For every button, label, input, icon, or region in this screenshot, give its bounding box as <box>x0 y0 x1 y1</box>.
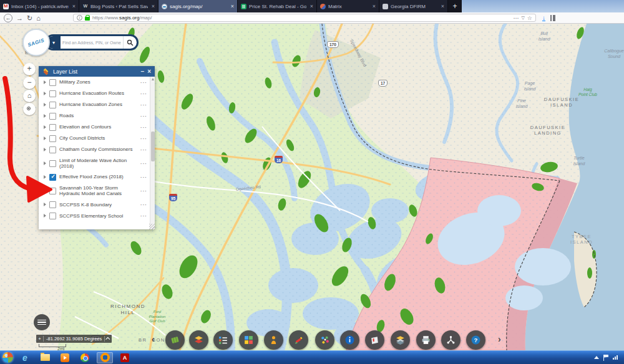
layer-checkbox[interactable] <box>49 124 56 131</box>
tab-matrix[interactable]: Matrix × <box>317 0 379 12</box>
layer-checkbox[interactable] <box>49 160 56 167</box>
basemap-button[interactable] <box>165 330 185 350</box>
layer-list-header[interactable]: Layer List – × <box>39 66 155 77</box>
close-icon[interactable]: × <box>309 3 313 9</box>
pocket-icon[interactable]: ▽ <box>521 16 524 21</box>
chrome-icon[interactable] <box>77 352 93 363</box>
add-layers-button[interactable] <box>391 330 410 350</box>
page-actions-icon[interactable]: ⋯ <box>513 15 519 21</box>
close-icon[interactable]: × <box>150 3 155 9</box>
bookmark-star-icon[interactable]: ☆ <box>527 15 532 21</box>
media-player-icon[interactable] <box>57 352 73 363</box>
layer-row[interactable]: Hurricane Evacuation Routes··· <box>39 88 150 99</box>
expand-caret-icon[interactable] <box>44 136 46 140</box>
reload-button[interactable]: ↻ <box>27 13 32 23</box>
site-info-icon[interactable]: i <box>77 15 82 21</box>
close-icon[interactable]: × <box>371 3 376 9</box>
expand-caret-icon[interactable] <box>44 189 46 193</box>
tab-sheets[interactable]: Price St. Rehab Deal - Google S × <box>238 0 317 12</box>
layer-checkbox[interactable] <box>49 201 56 208</box>
layer-menu-icon[interactable]: ··· <box>140 113 147 119</box>
analysis-button[interactable] <box>315 330 334 350</box>
help-button[interactable]: ? <box>466 330 485 350</box>
layer-checkbox[interactable] <box>49 102 56 108</box>
expand-caret-icon[interactable] <box>44 114 46 118</box>
draw-button[interactable] <box>289 330 308 350</box>
map-canvas[interactable]: EDEN Bull Island Calibogue Sound Page Is… <box>0 24 624 350</box>
layer-menu-icon[interactable]: ··· <box>140 147 147 153</box>
layer-checkbox[interactable] <box>49 146 56 153</box>
collapse-caret-icon[interactable] <box>104 336 112 342</box>
layer-row[interactable]: Military Zones··· <box>39 77 150 88</box>
crosshair-icon[interactable]: + <box>36 336 44 342</box>
layer-list-button[interactable] <box>189 330 208 350</box>
layer-checkbox[interactable] <box>49 90 56 97</box>
layer-checkbox[interactable] <box>49 79 56 86</box>
layer-checkbox[interactable] <box>49 135 56 142</box>
layer-row-effective-flood-zones[interactable]: Effective Flood Zones (2018)··· <box>39 171 150 183</box>
layer-row[interactable]: Chatham County Commissioners··· <box>39 144 150 155</box>
layer-checkbox[interactable] <box>49 113 56 120</box>
layer-menu-icon[interactable]: ··· <box>140 175 147 180</box>
layer-row[interactable]: City Council Districts··· <box>39 133 150 144</box>
layer-row[interactable]: Roads··· <box>39 110 150 122</box>
flag-icon[interactable] <box>603 355 608 361</box>
search-icon[interactable] <box>123 36 137 49</box>
tab-blog[interactable]: Blog Posts ‹ Pat Sells Savannah × <box>79 0 158 12</box>
legend-button[interactable] <box>213 330 233 350</box>
layer-menu-icon[interactable]: ··· <box>140 91 147 97</box>
info-button[interactable] <box>340 330 359 350</box>
scroll-thumb[interactable] <box>151 132 155 161</box>
network-icon[interactable] <box>613 355 618 360</box>
layer-checkbox[interactable] <box>49 188 56 194</box>
zoom-in-button[interactable]: + <box>23 63 36 75</box>
forward-button[interactable]: → <box>16 13 23 23</box>
acrobat-icon[interactable] <box>117 352 133 363</box>
panel-scrollbar[interactable] <box>150 77 155 229</box>
close-icon[interactable]: × <box>440 3 444 9</box>
layer-menu-icon[interactable]: ··· <box>140 125 147 130</box>
toolbar-prev-icon[interactable]: ‹ <box>152 334 155 344</box>
layer-row[interactable]: Elevation and Contours··· <box>39 122 150 133</box>
expand-caret-icon[interactable] <box>44 92 46 95</box>
layer-row[interactable]: SCCPSS K-8 Boundary··· <box>39 199 150 210</box>
ie-icon[interactable]: e <box>17 352 33 363</box>
start-orb[interactable] <box>2 352 13 363</box>
zoom-out-button[interactable]: − <box>23 77 36 89</box>
overview-list-button[interactable] <box>34 314 50 330</box>
tab-dfirm[interactable]: Georgia DFIRM × <box>379 0 448 12</box>
expand-caret-icon[interactable] <box>44 80 46 84</box>
close-icon[interactable]: × <box>147 67 151 77</box>
layer-checkbox[interactable] <box>49 174 56 181</box>
library-icon[interactable] <box>550 15 555 21</box>
hidden-icons-icon[interactable] <box>594 356 599 359</box>
back-button[interactable]: ← <box>4 14 12 22</box>
apps-button[interactable] <box>239 330 258 350</box>
expand-caret-icon[interactable] <box>44 175 46 179</box>
downloads-icon[interactable]: ↓ <box>542 15 545 21</box>
toolbar-next-icon[interactable]: › <box>498 334 501 344</box>
layer-menu-icon[interactable]: ··· <box>140 202 147 208</box>
tab-gmail[interactable]: Inbox (104) - patrick.wilver@w × <box>0 0 79 12</box>
explorer-icon[interactable] <box>37 352 53 363</box>
panel-resize-handle[interactable] <box>149 224 155 229</box>
layer-menu-icon[interactable]: ··· <box>140 80 147 85</box>
tab-sagis[interactable]: sagis.org/map/ × <box>158 0 238 12</box>
layer-menu-icon[interactable]: ··· <box>140 188 147 194</box>
home-extent-button[interactable]: ⌂ <box>23 90 36 102</box>
my-location-button[interactable] <box>23 103 36 115</box>
expand-caret-icon[interactable] <box>44 125 46 129</box>
layer-menu-icon[interactable]: ··· <box>140 102 147 108</box>
layer-menu-icon[interactable]: ··· <box>140 213 147 219</box>
layer-row[interactable]: Limit of Moderate Wave Action (2018)··· <box>39 155 150 171</box>
firefox-icon[interactable] <box>97 352 113 363</box>
expand-caret-icon[interactable] <box>44 148 46 151</box>
scroll-up-icon[interactable] <box>152 78 154 80</box>
layer-row[interactable]: SCCPSS Elementary School··· <box>39 210 150 221</box>
layer-row[interactable]: Hurricane Evacuation Zones··· <box>39 99 150 110</box>
layer-row[interactable]: Savannah 100-Year Storm Hydraulic Model … <box>39 183 150 199</box>
search-input[interactable] <box>61 41 123 45</box>
new-tab-button[interactable]: + <box>448 0 462 12</box>
demographics-button[interactable] <box>264 330 283 350</box>
bookmark-button[interactable] <box>365 330 384 350</box>
